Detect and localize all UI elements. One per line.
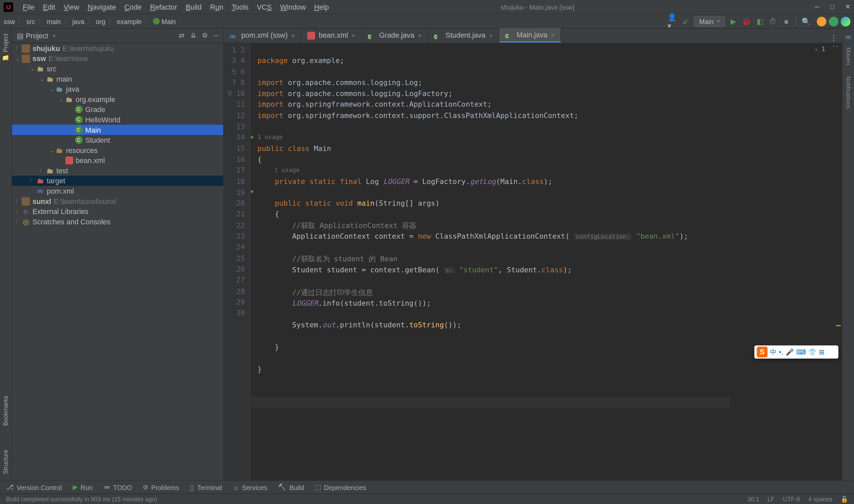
warning-icon[interactable]: ⚠ (814, 46, 818, 52)
menu-code[interactable]: Code (121, 1, 145, 13)
inspection-stripe[interactable]: ⚠ 1 ˄˅ (740, 43, 842, 480)
close-icon[interactable]: × (489, 32, 493, 39)
tab-main-active[interactable]: CMain.java× (499, 28, 561, 43)
xml-icon (307, 31, 315, 39)
build-tool-button[interactable]: 🔨Build (278, 483, 304, 491)
close-icon[interactable]: × (418, 32, 422, 39)
tab-bean[interactable]: bean.xml× (301, 28, 362, 43)
crumb-org[interactable]: org (96, 18, 105, 25)
hide-icon[interactable]: ─ (214, 32, 219, 39)
add-user-icon[interactable]: 👤▾ (667, 16, 677, 26)
target-folder-icon: 🖿 (36, 177, 45, 185)
left-tool-stripe: 📁Project Bookmarks Structure (0, 29, 12, 480)
notifications-tool-button[interactable]: Notifications (845, 76, 852, 109)
minimize-button[interactable]: ─ (815, 3, 819, 11)
settings-icon[interactable]: ⚙ (202, 32, 208, 39)
folder-icon: 🖿 (36, 64, 45, 73)
terminal-tool-button[interactable]: ⌷Terminal (190, 484, 222, 491)
expand-all-icon[interactable]: ⇊ (191, 32, 196, 39)
file-encoding[interactable]: UTF-8 (783, 496, 800, 502)
parameter-hint: configLocation: (574, 233, 632, 240)
folder-icon: 🖿 (46, 75, 54, 83)
class-icon: C (75, 136, 82, 144)
package-icon: 🖿 (65, 95, 73, 103)
avatar-icon[interactable] (817, 16, 826, 26)
crumb-src[interactable]: src (27, 18, 35, 25)
tab-pom[interactable]: mpom.xml (ssw)× (224, 28, 301, 43)
todo-tool-button[interactable]: ≔TODO (103, 483, 132, 491)
close-button[interactable]: ✕ (845, 3, 850, 11)
crumb-example[interactable]: example (117, 18, 142, 25)
run-tool-button[interactable]: ▶Run (73, 483, 93, 491)
project-view-selector[interactable]: ▤Project (17, 31, 179, 40)
dependencies-tool-button[interactable]: ⬚Dependencies (315, 483, 366, 491)
menu-run[interactable]: Run (207, 1, 227, 13)
menu-tools[interactable]: Tools (228, 1, 252, 13)
maven-tool-button[interactable]: Maven (845, 47, 852, 65)
line-separator[interactable]: LF (768, 496, 774, 502)
class-icon: C (75, 126, 82, 134)
tab-actions-icon[interactable]: ⋮ (825, 34, 842, 43)
class-icon: C (75, 106, 82, 113)
title-bar: IJ File Edit View Navigate Code Refactor… (0, 0, 854, 14)
editor-tabs: mpom.xml (ssw)× bean.xml× CGrade.java× C… (224, 29, 842, 43)
maximize-button[interactable]: □ (830, 3, 834, 11)
services-tool-button[interactable]: ☼Services (233, 484, 267, 491)
debug-button[interactable]: 🐞 (742, 16, 752, 26)
menu-refactor[interactable]: Refactor (146, 1, 181, 13)
problems-tool-button[interactable]: ⊘Problems (143, 483, 179, 491)
close-icon[interactable]: × (551, 31, 555, 38)
crumb-main[interactable]: main (47, 18, 61, 25)
ime-indicator[interactable]: S 中 •, 🎤 ⌨ 👕 ⊞ (754, 345, 838, 359)
caret-position[interactable]: 30:1 (748, 496, 759, 502)
search-everywhere-icon[interactable]: 🔍 (801, 16, 811, 26)
close-icon[interactable]: × (352, 32, 355, 39)
readonly-icon[interactable]: 🔓 (841, 496, 848, 502)
version-control-tool-button[interactable]: ⎇Version Control (6, 483, 62, 491)
code-editor[interactable]: package org.example; import org.apache.c… (250, 43, 740, 480)
tab-grade[interactable]: CGrade.java× (362, 28, 428, 43)
maven-tool-icon[interactable]: m (845, 32, 851, 41)
tab-student[interactable]: CStudent.java× (428, 28, 499, 43)
class-icon: C (434, 34, 437, 39)
indent-settings[interactable]: 4 spaces (808, 496, 832, 502)
scratches-icon: ◎ (22, 217, 30, 226)
structure-tool-button[interactable]: Structure (2, 450, 9, 474)
close-icon[interactable]: × (291, 32, 295, 39)
status-bar: Build completed successfully in 903 ms (… (0, 494, 854, 504)
ide-icon[interactable] (841, 16, 850, 26)
bottom-tool-stripe: ⎇Version Control ▶Run ≔TODO ⊘Problems ⌷T… (0, 480, 854, 494)
next-highlight-icon[interactable]: ˅ (836, 46, 838, 51)
profile-button[interactable]: ⏱ (768, 16, 778, 26)
menu-build[interactable]: Build (182, 1, 206, 13)
select-opened-file-icon[interactable]: ⇄ (179, 32, 184, 39)
module-icon (22, 44, 30, 52)
back-icon[interactable]: ↙ (681, 16, 690, 26)
project-tree[interactable]: 〉shujukuE:\learn\shujuku ⌄sswE:\learn\ss… (12, 43, 223, 480)
coverage-button[interactable]: ◧ (755, 16, 765, 26)
window-title: shujuku - Main.java [ssw] (261, 3, 815, 11)
app-icon: IJ (4, 2, 13, 12)
editor-gutter[interactable]: 1 2 3 4 5 6 7 8 9 10 11 12 13 14 15 16 1… (224, 43, 250, 480)
editor-area: mpom.xml (ssw)× bean.xml× CGrade.java× C… (224, 29, 842, 480)
navigation-bar: ssw〉 src〉 main〉 java〉 org〉 example〉 Main… (0, 14, 854, 29)
prev-highlight-icon[interactable]: ˄ (832, 46, 835, 51)
run-config-selector[interactable]: Main (694, 16, 725, 27)
class-icon: C (505, 33, 508, 39)
bookmarks-tool-button[interactable]: Bookmarks (2, 396, 9, 426)
menu-file[interactable]: File (19, 1, 38, 13)
run-button[interactable]: ▶ (729, 16, 738, 26)
breadcrumb[interactable]: ssw〉 src〉 main〉 java〉 org〉 example〉 Main (4, 17, 176, 26)
module-icon (22, 197, 30, 205)
codewithme-icon[interactable] (829, 16, 838, 26)
status-build-msg: Build completed successfully in 903 ms (… (6, 496, 157, 502)
stop-button[interactable]: ■ (781, 16, 791, 26)
crumb-ssw[interactable]: ssw (4, 18, 15, 25)
crumb-class[interactable]: Main (153, 18, 176, 25)
project-tool-button[interactable]: 📁Project (2, 34, 9, 62)
source-folder-icon: 🖿 (55, 85, 64, 93)
menu-view[interactable]: View (60, 1, 83, 13)
menu-edit[interactable]: Edit (39, 1, 59, 13)
crumb-java[interactable]: java (72, 18, 84, 25)
menu-navigate[interactable]: Navigate (84, 1, 120, 13)
